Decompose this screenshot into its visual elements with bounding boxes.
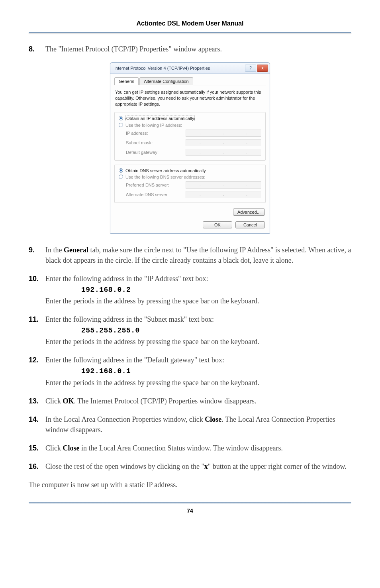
dialog-title: Internet Protocol Version 4 (TCP/IPv4) P… xyxy=(114,66,210,71)
bold-text: General xyxy=(64,246,88,254)
header-divider xyxy=(29,32,351,33)
tab-alternate[interactable]: Alternate Configuration xyxy=(139,77,193,85)
step-number: 15. xyxy=(29,443,45,453)
cancel-button[interactable]: Cancel xyxy=(235,221,265,228)
step-text: In the Local Area Connection Properties … xyxy=(45,414,351,435)
text-fragment: Click xyxy=(45,444,63,452)
step-16: 16. Close the rest of the open windows b… xyxy=(29,461,351,472)
radio-use-following-dns[interactable]: Use the following DNS server addresses: xyxy=(117,174,263,180)
step-number: 8. xyxy=(29,44,45,54)
tab-strip: General Alternate Configuration xyxy=(114,77,266,85)
manual-header: Actiontec DSL Modem User Manual xyxy=(29,20,351,32)
text-line: Enter the following address in the "IP A… xyxy=(45,273,351,284)
close-button[interactable]: x xyxy=(257,65,268,72)
step-10: 10. Enter the following address in the "… xyxy=(29,273,351,306)
default-gateway-input[interactable]: ... xyxy=(186,149,261,156)
step-9: 9. In the General tab, make sure the cir… xyxy=(29,245,351,265)
code-line: 192.168.0.1 xyxy=(45,366,351,376)
page-number: 74 xyxy=(29,503,351,526)
text-fragment: Click xyxy=(45,397,63,405)
radio-use-following-ip[interactable]: Use the following IP address: xyxy=(117,122,263,128)
dialog-titlebar: Internet Protocol Version 4 (TCP/IPv4) P… xyxy=(110,63,270,74)
text-line: Enter the following address in the "Subn… xyxy=(45,314,351,324)
radio-obtain-ip-auto[interactable]: Obtain an IP address automatically xyxy=(117,115,263,122)
radio-icon xyxy=(119,175,123,179)
step-12: 12. Enter the following address in the "… xyxy=(29,355,351,387)
step-text: Enter the following address in the "Defa… xyxy=(45,355,351,387)
step-number: 11. xyxy=(29,314,45,347)
bold-text: OK xyxy=(63,397,74,405)
text-fragment: . The Internet Protocol (TCP/IP) Propert… xyxy=(74,397,257,405)
content-area: 8. The "Internet Protocol (TCP/IP) Prope… xyxy=(29,35,351,490)
radio-label: Use the following DNS server addresses: xyxy=(125,175,206,179)
step-text: Close the rest of the open windows by cl… xyxy=(45,461,351,472)
step-number: 9. xyxy=(29,245,45,265)
text-line: Enter the periods in the address by pres… xyxy=(45,336,351,347)
field-default-gateway: Default gateway: ... xyxy=(117,147,263,157)
step-8: 8. The "Internet Protocol (TCP/IP) Prope… xyxy=(29,44,351,54)
field-label: Alternate DNS server: xyxy=(126,192,186,197)
text-line: Enter the periods in the address by pres… xyxy=(45,296,351,306)
field-ip-address: IP address: ... xyxy=(117,128,263,138)
tab-general[interactable]: General xyxy=(114,77,139,85)
step-number: 10. xyxy=(29,273,45,306)
radio-label: Use the following IP address: xyxy=(125,123,182,128)
radio-label: Obtain an IP address automatically xyxy=(125,116,195,121)
step-15: 15. Click Close in the Local Area Connec… xyxy=(29,443,351,453)
radio-label: Obtain DNS server address automatically xyxy=(125,168,206,173)
text-line: Enter the periods in the address by pres… xyxy=(45,378,351,388)
alternate-dns-input[interactable]: ... xyxy=(186,191,261,198)
step-number: 12. xyxy=(29,355,45,387)
step-text: Click OK. The Internet Protocol (TCP/IP)… xyxy=(45,396,351,406)
text-line: Enter the following address in the "Defa… xyxy=(45,355,351,365)
code-line: 255.255.255.0 xyxy=(45,325,351,336)
dialog-description: You can get IP settings assigned automat… xyxy=(114,89,266,107)
ok-button[interactable]: OK xyxy=(203,221,232,228)
advanced-button[interactable]: Advanced... xyxy=(233,208,265,216)
code-line: 192.168.0.2 xyxy=(45,285,351,295)
field-subnet-mask: Subnet mask: ... xyxy=(117,138,263,147)
ipv4-properties-dialog: Internet Protocol Version 4 (TCP/IPv4) P… xyxy=(110,62,270,234)
bold-text: Close xyxy=(205,415,221,423)
ip-address-input[interactable]: ... xyxy=(186,130,261,137)
dialog-body: General Alternate Configuration You can … xyxy=(110,74,270,233)
step-14: 14. In the Local Area Connection Propert… xyxy=(29,414,351,435)
field-alternate-dns: Alternate DNS server: ... xyxy=(117,190,263,199)
dialog-screenshot: Internet Protocol Version 4 (TCP/IPv4) P… xyxy=(29,62,351,234)
step-11: 11. Enter the following address in the "… xyxy=(29,314,351,347)
advanced-row: Advanced... xyxy=(114,207,266,219)
subnet-mask-input[interactable]: ... xyxy=(186,139,261,146)
dialog-button-row: OK Cancel xyxy=(114,219,266,229)
step-text: In the General tab, make sure the circle… xyxy=(45,245,351,265)
ip-groupbox: Obtain an IP address automatically Use t… xyxy=(114,112,266,161)
field-preferred-dns: Preferred DNS server: ... xyxy=(117,180,263,190)
field-label: Preferred DNS server: xyxy=(126,183,186,187)
step-number: 14. xyxy=(29,414,45,435)
text-fragment: " button at the upper right corner of th… xyxy=(208,462,347,470)
text-fragment: Close the rest of the open windows by cl… xyxy=(45,462,204,470)
dns-groupbox: Obtain DNS server address automatically … xyxy=(114,165,266,203)
step-number: 16. xyxy=(29,461,45,472)
preferred-dns-input[interactable]: ... xyxy=(186,181,261,189)
step-text: Click Close in the Local Area Connection… xyxy=(45,443,351,453)
step-text: The "Internet Protocol (TCP/IP) Properti… xyxy=(45,44,351,54)
help-button[interactable]: ? xyxy=(245,65,256,72)
field-label: IP address: xyxy=(126,131,186,136)
bold-text: x xyxy=(204,462,208,470)
step-text: Enter the following address in the "Subn… xyxy=(45,314,351,347)
text-fragment: In the xyxy=(45,246,64,254)
step-number: 13. xyxy=(29,396,45,406)
bold-text: Close xyxy=(63,444,80,452)
titlebar-buttons: ? x xyxy=(245,65,268,72)
text-fragment: tab, make sure the circle next to "Use t… xyxy=(45,246,351,264)
step-text: Enter the following address in the "IP A… xyxy=(45,273,351,306)
radio-obtain-dns-auto[interactable]: Obtain DNS server address automatically xyxy=(117,167,263,174)
radio-icon xyxy=(119,168,123,173)
field-label: Subnet mask: xyxy=(126,140,186,145)
closing-paragraph: The computer is now set up with a static… xyxy=(29,480,351,490)
text-fragment: In the Local Area Connection Properties … xyxy=(45,415,205,423)
radio-icon xyxy=(119,116,123,120)
field-label: Default gateway: xyxy=(126,150,186,155)
text-fragment: in the Local Area Connection Status wind… xyxy=(80,444,283,452)
step-13: 13. Click OK. The Internet Protocol (TCP… xyxy=(29,396,351,406)
